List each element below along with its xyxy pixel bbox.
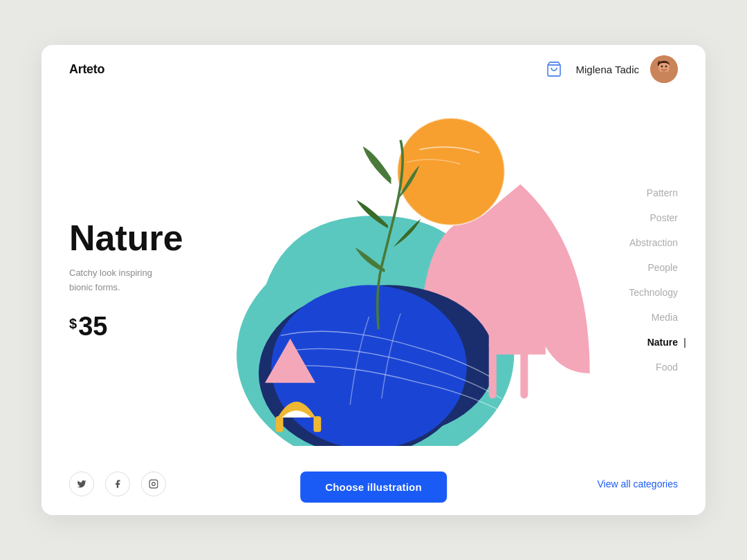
category-title: Nature bbox=[69, 218, 183, 258]
svg-rect-17 bbox=[489, 342, 528, 348]
instagram-icon[interactable] bbox=[141, 472, 166, 496]
cta-button[interactable]: Choose illustration bbox=[300, 472, 447, 503]
svg-rect-16 bbox=[489, 317, 528, 323]
left-content: Nature Catchy look inspiring bionic form… bbox=[69, 218, 183, 342]
app-logo: Arteto bbox=[69, 62, 104, 77]
nav-item-poster[interactable]: Poster bbox=[629, 212, 678, 223]
nav-item-people[interactable]: People bbox=[629, 262, 678, 273]
category-description: Catchy look inspiring bionic forms. bbox=[69, 266, 159, 295]
svg-point-5 bbox=[657, 71, 671, 81]
nav-item-pattern[interactable]: Pattern bbox=[629, 187, 678, 198]
avatar bbox=[650, 55, 678, 83]
header: Arteto Miglena Tadic bbox=[42, 45, 706, 93]
product-price: $ 35 bbox=[69, 312, 183, 342]
nav-item-food[interactable]: Food bbox=[629, 362, 678, 373]
svg-point-22 bbox=[152, 483, 156, 486]
view-all-link[interactable]: View all categories bbox=[598, 478, 678, 489]
price-symbol: $ bbox=[69, 316, 77, 332]
right-nav: Pattern Poster Abstraction People Techno… bbox=[629, 187, 678, 373]
svg-rect-18 bbox=[276, 416, 284, 432]
nav-item-abstraction[interactable]: Abstraction bbox=[629, 237, 678, 248]
price-value: 35 bbox=[78, 312, 107, 342]
svg-rect-21 bbox=[149, 480, 158, 488]
nav-item-nature[interactable]: Nature bbox=[629, 337, 678, 348]
nav-item-media[interactable]: Media bbox=[629, 312, 678, 323]
facebook-icon[interactable] bbox=[105, 472, 130, 496]
social-icons bbox=[69, 472, 166, 496]
bottom-bar: Choose illustration View all categories bbox=[42, 453, 706, 515]
main-card: Arteto Miglena Tadic bbox=[42, 45, 706, 515]
svg-point-3 bbox=[661, 66, 663, 68]
cart-icon[interactable] bbox=[543, 58, 565, 80]
header-right: Miglena Tadic bbox=[543, 55, 678, 83]
illustration-area bbox=[180, 86, 609, 446]
nav-item-technology[interactable]: Technology bbox=[629, 287, 678, 298]
user-name: Miglena Tadic bbox=[576, 64, 639, 75]
svg-rect-19 bbox=[313, 416, 321, 432]
twitter-icon[interactable] bbox=[69, 472, 94, 496]
svg-rect-15 bbox=[489, 291, 528, 297]
svg-point-4 bbox=[665, 66, 667, 68]
